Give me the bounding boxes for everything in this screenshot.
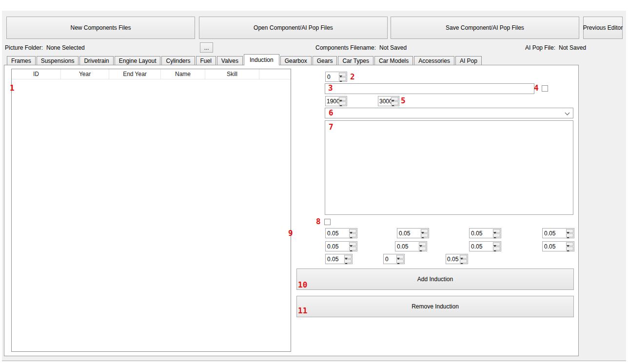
tab-suspensions[interactable]: Suspensions — [37, 56, 79, 65]
tab-induction[interactable]: Induction — [244, 54, 279, 65]
costs-spin-buttons — [566, 242, 573, 250]
new-components-files-button[interactable]: New Components Files — [6, 17, 195, 39]
weight-value: 0.05 — [544, 230, 555, 237]
about-textarea[interactable] — [325, 120, 573, 215]
tab-car-models[interactable]: Car Models — [374, 56, 413, 65]
design-spinner[interactable]: 0.05 — [325, 241, 357, 251]
stop-year-spinner[interactable]: 3000 — [378, 96, 399, 106]
name-localized-checkbox[interactable] — [542, 85, 548, 92]
spin-down-button[interactable] — [396, 259, 404, 263]
induction-list-body[interactable] — [12, 79, 291, 351]
spin-down-button[interactable] — [493, 233, 500, 237]
tab-cylinders[interactable]: Cylinders — [161, 56, 195, 65]
annotation-6: 6 — [329, 109, 334, 117]
annotation-10: 10 — [298, 281, 307, 289]
skill-req-value: 0 — [385, 256, 389, 263]
column-header-id[interactable]: ID — [12, 69, 61, 79]
picture-folder-value: None Selected — [46, 44, 85, 51]
annotation-4: 4 — [534, 84, 539, 92]
skill-req-spin-buttons — [396, 255, 404, 263]
tab-ai-pop[interactable]: AI Pop — [455, 56, 482, 65]
costs-spinner[interactable]: 0.05 — [542, 241, 574, 251]
selection-id-spinner[interactable]: 0 — [325, 72, 347, 82]
save-component-ai-pop-files-button[interactable]: Save Component/AI Pop Files — [391, 17, 579, 39]
add-induction-button[interactable]: Add Induction — [296, 268, 574, 290]
column-header-skill[interactable]: Skill — [205, 69, 259, 79]
tab-accessories[interactable]: Accessories — [414, 56, 454, 65]
annotation-9: 9 — [288, 230, 293, 237]
components-filename-value: Not Saved — [379, 44, 407, 51]
fuel-value: 0.05 — [399, 230, 410, 237]
annotation-11: 11 — [298, 307, 307, 315]
down-arrow-icon — [345, 258, 348, 267]
annotation-1: 1 — [10, 84, 15, 92]
column-header-name[interactable]: Name — [161, 69, 205, 79]
spin-down-button[interactable] — [339, 77, 346, 81]
spin-down-button[interactable] — [349, 233, 356, 237]
induction-list: ID Year End Year Name Skill — [11, 69, 291, 352]
spin-down-button[interactable] — [391, 101, 398, 105]
spin-down-button[interactable] — [421, 233, 428, 237]
skill-req-spinner[interactable]: 0 — [383, 254, 405, 264]
tab-fuel[interactable]: Fuel — [196, 56, 216, 65]
selection-id-spin-buttons — [339, 73, 346, 81]
components-filename-status: Components Filename:Not Saved — [315, 44, 407, 51]
picture-folder-label: Picture Folder: — [5, 44, 43, 51]
spin-down-button[interactable] — [566, 233, 573, 237]
manufacturing-spin-buttons — [493, 242, 500, 250]
spin-down-button[interactable] — [460, 259, 467, 263]
down-arrow-icon — [350, 232, 353, 241]
picture-dropdown[interactable] — [325, 108, 573, 118]
design-cost-spinner[interactable]: 0.05 — [395, 241, 427, 251]
previous-editor-button[interactable]: Previous Editor — [583, 17, 623, 39]
reliability-spinner[interactable]: 0.05 — [469, 228, 501, 238]
start-year-spin-buttons — [339, 97, 346, 105]
finish-value: 0.05 — [327, 256, 338, 263]
column-header-end-year[interactable]: End Year — [109, 69, 161, 79]
power-spinner[interactable]: 0.05 — [325, 228, 357, 238]
tab-strip: Frames Suspensions Drivetrain Engine Lay… — [7, 54, 483, 65]
column-header-blank[interactable] — [259, 69, 291, 79]
spin-down-button[interactable] — [349, 247, 356, 250]
costs-value: 0.05 — [544, 243, 555, 250]
tab-valves[interactable]: Valves — [217, 56, 243, 65]
tab-frames[interactable]: Frames — [7, 56, 36, 65]
column-header-year[interactable]: Year — [61, 69, 109, 79]
reliability-value: 0.05 — [471, 230, 482, 237]
tab-gears[interactable]: Gears — [313, 56, 337, 65]
down-arrow-icon — [460, 258, 463, 267]
fuel-spin-buttons — [421, 229, 428, 237]
finish-spinner[interactable]: 0.05 — [325, 254, 353, 264]
tab-gearbox[interactable]: Gearbox — [280, 56, 312, 65]
down-arrow-icon — [397, 258, 400, 267]
annotation-3: 3 — [328, 84, 333, 92]
picture-folder-status: Picture Folder:None Selected — [5, 44, 85, 51]
tab-engine-layout[interactable]: Engine Layout — [115, 56, 161, 65]
down-arrow-icon — [493, 245, 496, 254]
open-component-ai-pop-files-button[interactable]: Open Component/AI Pop Files — [199, 17, 388, 39]
fuel-spinner[interactable]: 0.05 — [397, 228, 429, 238]
tab-drivetrain[interactable]: Drivetrain — [79, 56, 113, 65]
start-year-value: 1900 — [327, 98, 340, 105]
power-value: 0.05 — [327, 230, 338, 237]
start-year-spinner[interactable]: 1900 — [325, 96, 347, 106]
reliability-spin-buttons — [493, 229, 500, 237]
remove-induction-button[interactable]: Remove Induction — [296, 296, 574, 317]
browse-picture-folder-button[interactable]: ... — [200, 42, 213, 53]
weight-spinner[interactable]: 0.05 — [542, 228, 574, 238]
spin-down-button[interactable] — [566, 247, 573, 250]
about-localized-checkbox[interactable] — [324, 219, 331, 225]
ai-popularity-spinner[interactable]: 0.05 — [446, 254, 468, 264]
spin-down-button[interactable] — [493, 247, 500, 250]
components-filename-label: Components Filename: — [315, 44, 376, 51]
ai-pop-file-value: Not Saved — [559, 44, 586, 51]
down-arrow-icon — [493, 232, 496, 241]
down-arrow-icon — [350, 245, 353, 254]
component-editor-window: { "colors": { "annotation_red": "#e60f0f… — [0, 0, 628, 364]
spin-down-button[interactable] — [339, 101, 346, 105]
name-input[interactable] — [325, 83, 534, 94]
spin-down-button[interactable] — [419, 247, 426, 250]
manufacturing-spinner[interactable]: 0.05 — [469, 241, 501, 251]
spin-down-button[interactable] — [344, 259, 352, 263]
tab-car-types[interactable]: Car Types — [338, 56, 373, 65]
